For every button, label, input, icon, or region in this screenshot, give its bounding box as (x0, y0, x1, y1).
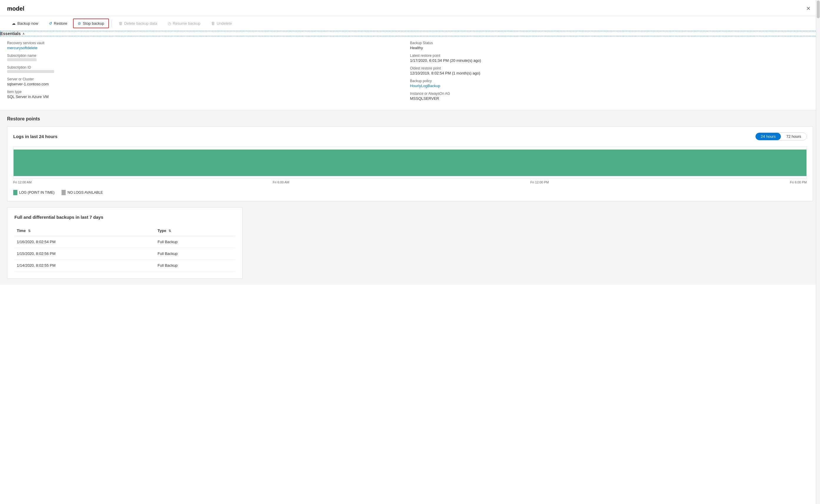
chart-title: Logs in last 24 hours (13, 134, 57, 139)
backup-table-head: Time ⇅ Type ⇅ (14, 226, 235, 236)
window-title: model (7, 5, 24, 12)
oldest-restore-value: 12/10/2019, 8:02:54 PM (1 month(s) ago) (410, 71, 813, 75)
legend-label-no-logs: NO LOGS AVAILABLE (67, 190, 103, 195)
resume-backup-button[interactable]: ◷ Resume backup (163, 19, 205, 28)
x-axis-label-4: Fri 6:00 PM (790, 180, 807, 184)
type-cell: Full Backup (155, 260, 235, 271)
close-button[interactable]: ✕ (804, 4, 813, 13)
backup-table-header-row: Time ⇅ Type ⇅ (14, 226, 235, 236)
chart-header: Logs in last 24 hours 24 hours 72 hours (13, 132, 807, 140)
server-cluster-field: Server or Cluster sqlserver-1.contoso.co… (7, 77, 410, 86)
subscription-name-placeholder (7, 58, 37, 61)
time-column-header: Time ⇅ (14, 226, 155, 236)
essentials-chevron-icon: ∧ (22, 32, 25, 36)
toolbar-separator-1 (111, 20, 112, 27)
time-72h-button[interactable]: 72 hours (781, 133, 806, 140)
subscription-name-label: Subscription name (7, 54, 410, 58)
backup-status-label: Backup Status (410, 41, 813, 45)
scrollbar-thumb[interactable] (817, 1, 820, 18)
legend-color-gray (62, 190, 66, 195)
undelete-icon: 🗑 (211, 21, 215, 26)
latest-restore-label: Latest restore point (410, 54, 813, 58)
server-cluster-value: sqlserver-1.contoso.com (7, 82, 410, 86)
legend-color-green (13, 190, 17, 195)
chart-bar-container (13, 146, 807, 179)
table-row: 1/14/2020, 8:02:55 PM Full Backup (14, 260, 235, 271)
restore-button[interactable]: ↺ Restore (44, 19, 72, 28)
toolbar: ☁ Backup now ↺ Restore ⊘ Stop backup 🗑 D… (0, 16, 820, 31)
legend-item-log: LOG (POINT IN TIME) (13, 190, 54, 195)
instance-label: Instance or AlwaysOn AG (410, 92, 813, 96)
stop-backup-icon: ⊘ (78, 21, 81, 26)
instance-field: Instance or AlwaysOn AG MSSQLSERVER (410, 92, 813, 101)
backup-table: Time ⇅ Type ⇅ 1/16/2020, 8:02:54 PM Full… (14, 226, 235, 271)
time-sort-icon[interactable]: ⇅ (28, 229, 31, 233)
instance-value: MSSQLSERVER (410, 96, 813, 101)
essentials-label: Essentials (0, 31, 21, 36)
backup-table-title: Full and differential backups in last 7 … (14, 215, 235, 220)
time-selector: 24 hours 72 hours (755, 132, 807, 140)
time-cell: 1/14/2020, 8:02:55 PM (14, 260, 155, 271)
legend-label-log: LOG (POINT IN TIME) (19, 190, 54, 195)
backup-policy-field: Backup policy HourlyLogBackup (410, 79, 813, 88)
type-column-header: Type ⇅ (155, 226, 235, 236)
subscription-name-field: Subscription name (7, 54, 410, 62)
type-sort-icon[interactable]: ⇅ (168, 229, 171, 233)
backup-policy-value[interactable]: HourlyLogBackup (410, 84, 440, 88)
oldest-restore-field: Oldest restore point 12/10/2019, 8:02:54… (410, 66, 813, 75)
backup-now-icon: ☁ (12, 21, 16, 26)
delete-icon: 🗑 (119, 21, 122, 26)
latest-restore-field: Latest restore point 1/17/2020, 6:01:34 … (410, 54, 813, 63)
type-cell: Full Backup (155, 236, 235, 248)
chart-x-axis: Fri 12:00 AM Fri 6:00 AM Fri 12:00 PM Fr… (13, 179, 807, 186)
main-window: model ✕ ☁ Backup now ↺ Restore ⊘ Stop ba… (0, 0, 820, 504)
oldest-restore-label: Oldest restore point (410, 66, 813, 70)
backup-policy-label: Backup policy (410, 79, 813, 83)
x-axis-label-2: Fri 6:00 AM (273, 180, 289, 184)
item-type-value: SQL Server in Azure VM (7, 95, 410, 99)
time-cell: 1/15/2020, 8:02:56 PM (14, 248, 155, 260)
backup-status-field: Backup Status Healthy (410, 41, 813, 50)
delete-backup-data-button[interactable]: 🗑 Delete backup data (114, 19, 162, 28)
title-bar: model ✕ (0, 0, 820, 16)
essentials-header[interactable]: Essentials ∧ (0, 31, 820, 36)
stop-backup-button[interactable]: ⊘ Stop backup (73, 19, 109, 28)
table-row: 1/16/2020, 8:02:54 PM Full Backup (14, 236, 235, 248)
backup-status-value: Healthy (410, 46, 813, 50)
type-cell: Full Backup (155, 248, 235, 260)
x-axis-label-3: Fri 12:00 PM (530, 180, 549, 184)
time-cell: 1/16/2020, 8:02:54 PM (14, 236, 155, 248)
subscription-id-placeholder (7, 70, 54, 73)
restore-points-title: Restore points (7, 116, 813, 122)
item-type-label: Item type (7, 90, 410, 94)
essentials-grid: Recovery services vault mercurysoftdelet… (0, 36, 820, 110)
subscription-id-field: Subscription ID (7, 65, 410, 74)
chart-green-bar (14, 150, 806, 176)
scrollbar-track[interactable] (816, 0, 820, 504)
x-axis-label-1: Fri 12:00 AM (13, 180, 32, 184)
resume-icon: ◷ (168, 21, 171, 26)
backup-now-button[interactable]: ☁ Backup now (7, 19, 43, 28)
server-cluster-label: Server or Cluster (7, 77, 410, 81)
essentials-right: Backup Status Healthy Latest restore poi… (410, 41, 813, 104)
latest-restore-value: 1/17/2020, 6:01:34 PM (20 minute(s) ago) (410, 58, 813, 63)
table-row: 1/15/2020, 8:02:56 PM Full Backup (14, 248, 235, 260)
legend-item-no-logs: NO LOGS AVAILABLE (62, 190, 103, 195)
recovery-vault-label: Recovery services vault (7, 41, 410, 45)
undelete-button[interactable]: 🗑 Undelete (206, 19, 237, 28)
essentials-left: Recovery services vault mercurysoftdelet… (7, 41, 410, 104)
subscription-id-label: Subscription ID (7, 65, 410, 69)
backup-table-body: 1/16/2020, 8:02:54 PM Full Backup 1/15/2… (14, 236, 235, 271)
recovery-vault-value[interactable]: mercurysoftdelete (7, 46, 37, 50)
recovery-vault-field: Recovery services vault mercurysoftdelet… (7, 41, 410, 50)
backup-table-panel: Full and differential backups in last 7 … (7, 207, 243, 279)
item-type-field: Item type SQL Server in Azure VM (7, 90, 410, 99)
restore-icon: ↺ (49, 21, 52, 26)
time-24h-button[interactable]: 24 hours (756, 133, 781, 140)
chart-legend: LOG (POINT IN TIME) NO LOGS AVAILABLE (13, 190, 807, 195)
chart-panel: Logs in last 24 hours 24 hours 72 hours … (7, 126, 813, 201)
main-content: Restore points Logs in last 24 hours 24 … (0, 110, 820, 285)
